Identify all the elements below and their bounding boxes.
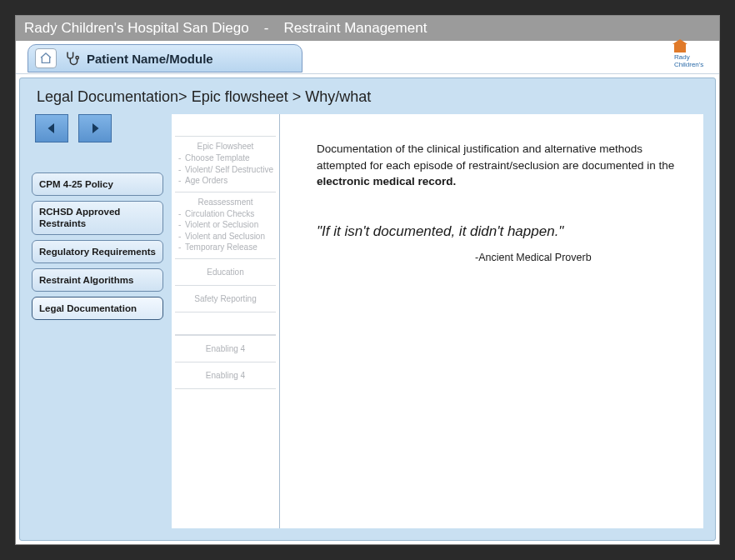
outline-sub: Choose Template [177, 152, 274, 164]
outline-column: Epic Flowsheet Choose Template Violent/ … [172, 114, 280, 528]
org-name: Rady Children's Hospital San Diego [24, 20, 249, 37]
logo-line-2: Children's [674, 61, 703, 68]
svg-point-0 [76, 57, 78, 59]
outline-sub: Violent and Seclusion [177, 231, 274, 242]
next-button[interactable] [78, 114, 112, 142]
sidebar-item-label: RCHSD Approved Restraints [39, 206, 156, 230]
triangle-left-icon [44, 121, 59, 136]
outline-sub: Age Orders [177, 175, 274, 187]
outline-item-enabling-b: Enabling 4 [175, 362, 276, 389]
app-name: Restraint Management [283, 20, 427, 37]
outline-head: Epic Flowsheet [177, 142, 274, 151]
logo-house-icon [674, 44, 686, 52]
outline-head: Reassessment [177, 198, 274, 207]
module-tab-label: Patient Name/Module [87, 52, 213, 66]
sidebar-item-legal-documentation[interactable]: Legal Documentation [32, 297, 163, 320]
app-window: Rady Children's Hospital San Diego - Res… [15, 15, 720, 545]
description: Documentation of the clinical justificat… [317, 141, 675, 190]
brand-logo: Rady Children's [674, 44, 708, 69]
titlebar: Rady Children's Hospital San Diego - Res… [16, 16, 719, 41]
outline-item-education: Education [175, 258, 276, 286]
nav-arrows [35, 114, 163, 142]
outline-item-enabling-a: Enabling 4 [175, 335, 276, 362]
desc-text: Documentation of the clinical justificat… [317, 142, 674, 172]
sidebar-item-label: Regulatory Requirements [39, 246, 156, 258]
sidebar-item-regulatory[interactable]: Regulatory Requirements [32, 240, 163, 263]
quote-attribution: -Ancient Medical Proverb [475, 252, 675, 263]
sidebar-item-cpm-policy[interactable]: CPM 4-25 Policy [32, 172, 163, 196]
sidebar-item-approved-restraints[interactable]: RCHSD Approved Restraints [32, 201, 163, 235]
sidebar-item-label: Restraint Algorithms [39, 274, 133, 286]
outline-gap [175, 312, 276, 335]
outline-item-safety: Safety Reporting [175, 285, 276, 312]
triangle-right-icon [88, 121, 102, 136]
logo-line-1: Rady [674, 53, 690, 61]
module-tab[interactable]: Patient Name/Module [28, 44, 302, 72]
outline-sub: Temporary Release [177, 242, 274, 253]
breadcrumb: Legal Documentation> Epic flowsheet > Wh… [37, 88, 703, 106]
main-text: Documentation of the clinical justificat… [280, 114, 703, 528]
content-area: Legal Documentation> Epic flowsheet > Wh… [19, 78, 716, 541]
home-button[interactable] [35, 48, 57, 68]
sidebar-item-algorithms[interactable]: Restraint Algorithms [32, 268, 163, 292]
desc-bold: electronic medical record. [317, 175, 456, 188]
home-icon [39, 52, 52, 65]
left-column: CPM 4-25 Policy RCHSD Approved Restraint… [32, 114, 163, 528]
stethoscope-icon [63, 50, 80, 67]
titlebar-separator: - [264, 20, 269, 37]
outline-block-reassessment: Reassessment Circulation Checks Violent … [175, 192, 276, 259]
outline-block-epic: Epic Flowsheet Choose Template Violent/ … [175, 136, 276, 192]
sidebar-item-label: CPM 4-25 Policy [39, 178, 113, 190]
center-panel: Epic Flowsheet Choose Template Violent/ … [172, 114, 703, 528]
sidebar-item-label: Legal Documentation [39, 302, 137, 314]
outline-sub: Violent/ Self Destructive [177, 164, 274, 176]
tab-row: Patient Name/Module Rady Children's [16, 41, 719, 74]
prev-button[interactable] [35, 114, 68, 142]
outline-sub: Violent or Seclusion [177, 219, 274, 231]
outline-sub: Circulation Checks [177, 208, 274, 220]
body-row: CPM 4-25 Policy RCHSD Approved Restraint… [32, 114, 703, 528]
quote: "If it isn't documented, it didn't happe… [317, 223, 675, 240]
